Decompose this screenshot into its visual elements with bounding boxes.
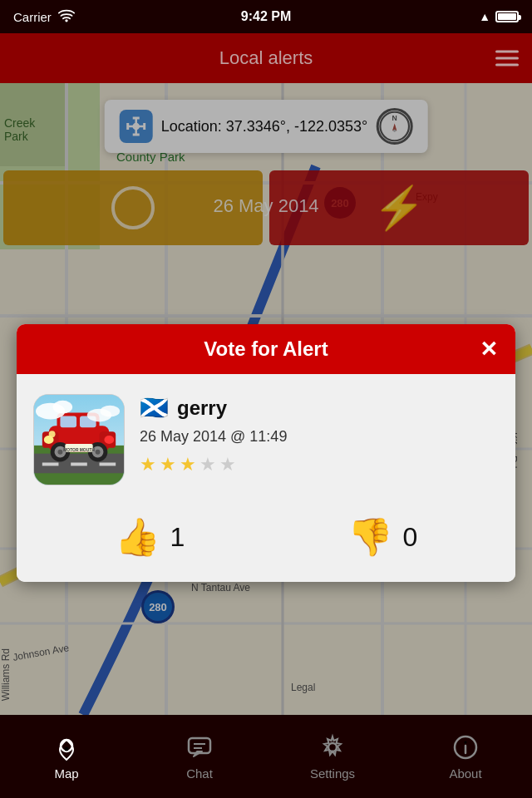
vote-down-count: 0 (403, 522, 418, 553)
menu-button[interactable] (495, 51, 519, 66)
time-label: 9:42 PM (241, 9, 291, 24)
svg-point-46 (96, 450, 101, 455)
alert-details: 🏴󠁧󠁢󠁳󠁣󠁴󠁿 gerry 26 May 2014 @ 11:49 ★ ★ ★ … (140, 394, 499, 475)
chat-tab-label: Chat (186, 766, 213, 781)
flag-icon: 🏴󠁧󠁢󠁳󠁣󠁴󠁿 (140, 394, 169, 421)
about-tab-icon (451, 733, 480, 761)
svg-point-55 (65, 746, 69, 751)
status-bar: Carrier 9:42 PM ▲ (0, 0, 532, 33)
star-3: ★ (180, 454, 196, 475)
svg-point-43 (57, 450, 62, 455)
settings-tab-icon (318, 733, 347, 761)
thumbs-down-icon: 👎 (347, 515, 393, 559)
tab-about[interactable]: About (399, 715, 532, 798)
chat-tab-icon (185, 733, 214, 761)
vote-actions: 👍 1 👎 0 (33, 509, 499, 559)
svg-point-53 (101, 406, 121, 417)
vote-up-button[interactable]: 👍 1 (115, 515, 185, 559)
map-area[interactable]: County Park CreekPark 280 280 Johnson Av… (0, 83, 532, 715)
thumbs-up-icon: 👍 (115, 515, 160, 559)
svg-point-47 (49, 431, 56, 437)
nav-title: Local alerts (219, 47, 313, 69)
vote-modal-close-button[interactable]: ✕ (475, 336, 502, 362)
star-2: ★ (160, 454, 176, 475)
vote-up-count: 1 (170, 522, 185, 553)
map-tab-label: Map (54, 766, 78, 781)
vote-modal-header: Vote for Alert ✕ (17, 324, 515, 374)
star-4: ★ (200, 454, 216, 475)
alert-stars: ★ ★ ★ ★ ★ (140, 454, 499, 475)
vote-modal-title: Vote for Alert (204, 337, 328, 361)
tab-chat[interactable]: Chat (133, 715, 266, 798)
alert-username: gerry (177, 397, 227, 420)
tab-settings[interactable]: Settings (266, 715, 399, 798)
tab-bar: Map Chat Settings About (0, 715, 532, 798)
battery-icon (495, 11, 519, 22)
vote-modal-body: MOTOR MOUTH 🏴󠁧󠁢󠁳󠁣󠁴󠁿 gerry (17, 374, 515, 582)
svg-point-0 (65, 19, 67, 22)
star-1: ★ (140, 454, 156, 475)
svg-point-51 (53, 401, 73, 414)
alert-info: MOTOR MOUTH 🏴󠁧󠁢󠁳󠁣󠁴󠁿 gerry (33, 394, 499, 485)
svg-text:MOTOR MOUTH: MOTOR MOUTH (63, 448, 95, 452)
svg-rect-32 (100, 462, 116, 466)
svg-point-62 (465, 741, 467, 743)
wifi-icon (58, 9, 75, 25)
nav-bar: Local alerts (0, 33, 532, 83)
tab-map[interactable]: Map (0, 715, 133, 798)
about-tab-label: About (449, 766, 481, 781)
location-icon: ▲ (479, 10, 490, 23)
alert-app-icon: MOTOR MOUTH (33, 394, 125, 485)
vote-modal: Vote for Alert ✕ (17, 324, 515, 582)
vote-down-button[interactable]: 👎 0 (347, 515, 418, 559)
settings-tab-label: Settings (310, 766, 355, 781)
carrier-label: Carrier (13, 10, 52, 24)
star-5: ★ (219, 454, 236, 475)
svg-point-40 (104, 436, 114, 444)
alert-timestamp: 26 May 2014 @ 11:49 (140, 428, 499, 446)
alert-user: 🏴󠁧󠁢󠁳󠁣󠁴󠁿 gerry (140, 394, 499, 421)
svg-rect-35 (60, 416, 76, 428)
svg-rect-30 (42, 462, 59, 466)
svg-rect-31 (71, 462, 87, 466)
map-tab-icon (52, 733, 81, 761)
